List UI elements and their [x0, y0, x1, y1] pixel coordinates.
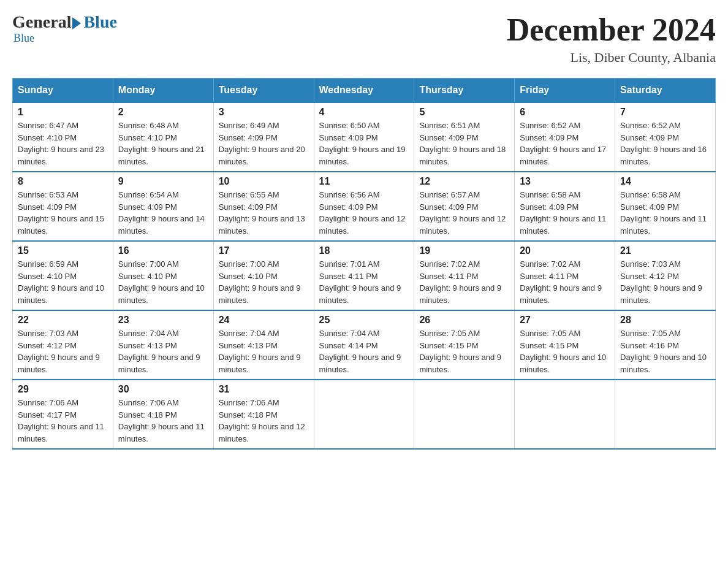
daylight-label: Daylight: 9 hours and 9 minutes. — [319, 353, 401, 374]
sunrise-label: Sunrise: 7:01 AM — [319, 259, 380, 269]
sunrise-label: Sunrise: 7:02 AM — [520, 259, 580, 269]
logo-blue-text: Blue — [83, 12, 116, 32]
calendar-day-cell: 13 Sunrise: 6:58 AM Sunset: 4:09 PM Dayl… — [515, 172, 615, 241]
sunset-label: Sunset: 4:15 PM — [520, 341, 578, 350]
calendar-day-cell: 27 Sunrise: 7:05 AM Sunset: 4:15 PM Dayl… — [515, 310, 615, 380]
day-number: 6 — [520, 107, 610, 118]
day-number: 30 — [118, 384, 208, 395]
day-number: 15 — [18, 245, 108, 256]
day-of-week-header: Tuesday — [213, 79, 314, 103]
day-info: Sunrise: 6:48 AM Sunset: 4:10 PM Dayligh… — [118, 120, 208, 167]
daylight-label: Daylight: 9 hours and 9 minutes. — [219, 283, 301, 305]
sunrise-label: Sunrise: 7:03 AM — [18, 329, 78, 338]
sunrise-label: Sunrise: 6:48 AM — [118, 121, 179, 130]
day-info: Sunrise: 7:05 AM Sunset: 4:15 PM Dayligh… — [520, 327, 610, 375]
calendar-day-cell: 10 Sunrise: 6:55 AM Sunset: 4:09 PM Dayl… — [213, 172, 314, 241]
day-number: 19 — [419, 245, 509, 256]
calendar-day-cell: 21 Sunrise: 7:03 AM Sunset: 4:12 PM Dayl… — [615, 241, 716, 310]
sunset-label: Sunset: 4:11 PM — [520, 272, 578, 281]
day-number: 8 — [18, 176, 108, 187]
sunset-label: Sunset: 4:11 PM — [419, 272, 478, 281]
sunrise-label: Sunrise: 6:54 AM — [118, 190, 179, 199]
daylight-label: Daylight: 9 hours and 13 minutes. — [219, 214, 305, 236]
sunrise-label: Sunrise: 7:04 AM — [118, 329, 179, 338]
sunrise-label: Sunrise: 6:57 AM — [419, 190, 480, 199]
sunrise-label: Sunrise: 7:00 AM — [219, 259, 279, 269]
sunset-label: Sunset: 4:14 PM — [319, 341, 378, 350]
daylight-label: Daylight: 9 hours and 16 minutes. — [620, 145, 707, 166]
sunrise-label: Sunrise: 6:50 AM — [319, 121, 380, 130]
daylight-label: Daylight: 9 hours and 9 minutes. — [419, 283, 501, 305]
daylight-label: Daylight: 9 hours and 12 minutes. — [219, 422, 305, 443]
daylight-label: Daylight: 9 hours and 11 minutes. — [620, 214, 707, 236]
sunset-label: Sunset: 4:16 PM — [620, 341, 679, 350]
day-info: Sunrise: 7:00 AM Sunset: 4:10 PM Dayligh… — [118, 258, 208, 306]
calendar-day-cell: 14 Sunrise: 6:58 AM Sunset: 4:09 PM Dayl… — [615, 172, 716, 241]
daylight-label: Daylight: 9 hours and 10 minutes. — [620, 353, 707, 374]
day-number: 2 — [118, 107, 208, 118]
day-of-week-header: Sunday — [13, 79, 113, 103]
daylight-label: Daylight: 9 hours and 11 minutes. — [520, 214, 606, 236]
daylight-label: Daylight: 9 hours and 9 minutes. — [118, 353, 200, 374]
sunset-label: Sunset: 4:09 PM — [319, 133, 378, 142]
calendar-day-cell: 7 Sunrise: 6:52 AM Sunset: 4:09 PM Dayli… — [615, 102, 716, 172]
daylight-label: Daylight: 9 hours and 17 minutes. — [520, 145, 606, 166]
daylight-label: Daylight: 9 hours and 11 minutes. — [118, 422, 205, 443]
day-info: Sunrise: 6:53 AM Sunset: 4:09 PM Dayligh… — [18, 189, 108, 237]
calendar-week-row: 1 Sunrise: 6:47 AM Sunset: 4:10 PM Dayli… — [13, 102, 716, 172]
day-info: Sunrise: 6:54 AM Sunset: 4:09 PM Dayligh… — [118, 189, 208, 237]
calendar-day-cell: 19 Sunrise: 7:02 AM Sunset: 4:11 PM Dayl… — [414, 241, 515, 310]
day-info: Sunrise: 6:50 AM Sunset: 4:09 PM Dayligh… — [319, 120, 409, 167]
sunset-label: Sunset: 4:12 PM — [620, 272, 679, 281]
calendar-day-cell: 12 Sunrise: 6:57 AM Sunset: 4:09 PM Dayl… — [414, 172, 515, 241]
daylight-label: Daylight: 9 hours and 10 minutes. — [118, 283, 205, 305]
daylight-label: Daylight: 9 hours and 12 minutes. — [419, 214, 506, 236]
sunrise-label: Sunrise: 6:52 AM — [520, 121, 580, 130]
day-number: 17 — [219, 245, 309, 256]
logo-general-text: General — [12, 12, 71, 32]
calendar-day-cell — [414, 380, 515, 449]
calendar-day-cell: 16 Sunrise: 7:00 AM Sunset: 4:10 PM Dayl… — [113, 241, 213, 310]
calendar-day-cell: 26 Sunrise: 7:05 AM Sunset: 4:15 PM Dayl… — [414, 310, 515, 380]
daylight-label: Daylight: 9 hours and 20 minutes. — [219, 145, 305, 166]
day-number: 31 — [219, 384, 309, 395]
daylight-label: Daylight: 9 hours and 9 minutes. — [319, 283, 401, 305]
calendar-day-cell: 8 Sunrise: 6:53 AM Sunset: 4:09 PM Dayli… — [13, 172, 113, 241]
daylight-label: Daylight: 9 hours and 10 minutes. — [18, 283, 104, 305]
sunset-label: Sunset: 4:11 PM — [319, 272, 378, 281]
day-info: Sunrise: 7:06 AM Sunset: 4:18 PM Dayligh… — [118, 397, 208, 445]
day-info: Sunrise: 6:57 AM Sunset: 4:09 PM Dayligh… — [419, 189, 509, 237]
calendar-day-cell: 20 Sunrise: 7:02 AM Sunset: 4:11 PM Dayl… — [515, 241, 615, 310]
logo: General Blue Blue — [12, 12, 117, 45]
calendar-day-cell: 17 Sunrise: 7:00 AM Sunset: 4:10 PM Dayl… — [213, 241, 314, 310]
day-of-week-header: Friday — [515, 79, 615, 103]
day-number: 13 — [520, 176, 610, 187]
daylight-label: Daylight: 9 hours and 9 minutes. — [219, 353, 301, 374]
day-number: 23 — [118, 315, 208, 326]
day-number: 7 — [620, 107, 710, 118]
sunrise-label: Sunrise: 7:04 AM — [319, 329, 380, 338]
sunrise-label: Sunrise: 6:58 AM — [620, 190, 681, 199]
calendar-day-cell: 24 Sunrise: 7:04 AM Sunset: 4:13 PM Dayl… — [213, 310, 314, 380]
sunset-label: Sunset: 4:09 PM — [620, 133, 679, 142]
daylight-label: Daylight: 9 hours and 11 minutes. — [18, 422, 104, 443]
day-number: 20 — [520, 245, 610, 256]
day-info: Sunrise: 7:02 AM Sunset: 4:11 PM Dayligh… — [520, 258, 610, 306]
sunrise-label: Sunrise: 7:06 AM — [18, 398, 78, 407]
month-year-title: December 2024 — [507, 12, 716, 47]
day-info: Sunrise: 6:56 AM Sunset: 4:09 PM Dayligh… — [319, 189, 409, 237]
day-number: 22 — [18, 315, 108, 326]
day-info: Sunrise: 6:55 AM Sunset: 4:09 PM Dayligh… — [219, 189, 309, 237]
calendar-day-cell: 5 Sunrise: 6:51 AM Sunset: 4:09 PM Dayli… — [414, 102, 515, 172]
day-of-week-header: Monday — [113, 79, 213, 103]
day-info: Sunrise: 7:05 AM Sunset: 4:15 PM Dayligh… — [419, 327, 509, 375]
sunrise-label: Sunrise: 7:06 AM — [219, 398, 279, 407]
sunrise-label: Sunrise: 6:47 AM — [18, 121, 78, 130]
day-info: Sunrise: 6:58 AM Sunset: 4:09 PM Dayligh… — [620, 189, 710, 237]
sunrise-label: Sunrise: 6:56 AM — [319, 190, 380, 199]
sunset-label: Sunset: 4:13 PM — [219, 341, 278, 350]
calendar-day-cell: 23 Sunrise: 7:04 AM Sunset: 4:13 PM Dayl… — [113, 310, 213, 380]
sunrise-label: Sunrise: 7:06 AM — [118, 398, 179, 407]
page-header: General Blue Blue December 2024 Lis, Dib… — [12, 12, 716, 66]
day-number: 16 — [118, 245, 208, 256]
